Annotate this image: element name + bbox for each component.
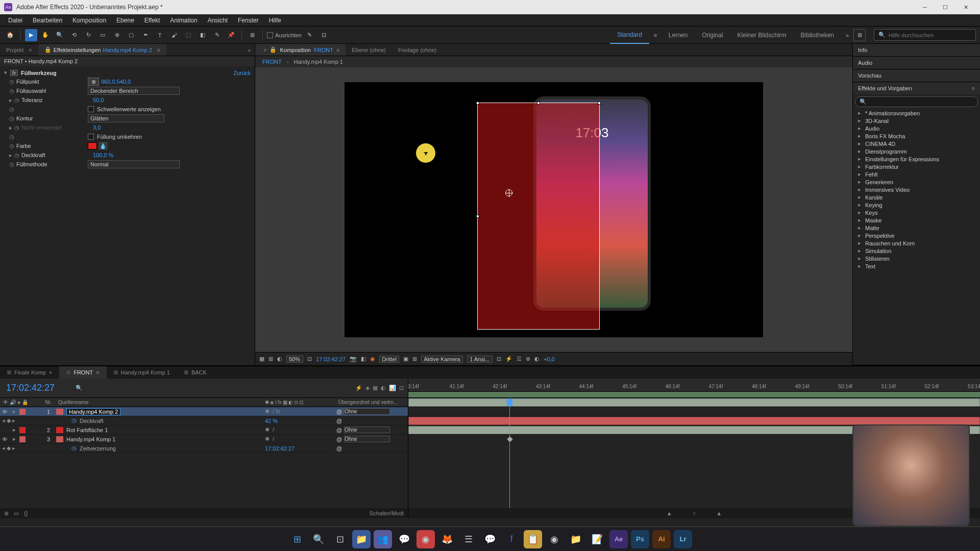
preset-category[interactable]: ▸Keys: [853, 209, 980, 216]
preset-category[interactable]: ▸Einstellungen für Expressions: [853, 155, 980, 163]
breadcrumb-handy[interactable]: Handy.mp4 Komp 1: [294, 59, 343, 65]
tl-tool-icon[interactable]: ▭: [14, 510, 19, 517]
switch-icon[interactable]: ⊙: [294, 399, 298, 405]
grid-icon[interactable]: ⊞: [412, 356, 417, 362]
info-panel-header[interactable]: Info: [853, 44, 980, 56]
timeline-icon[interactable]: ☰: [517, 356, 522, 362]
switch-icon[interactable]: ◐: [288, 399, 293, 405]
panel-menu-icon[interactable]: ≡: [157, 47, 160, 53]
taskview-icon[interactable]: ⊡: [331, 530, 349, 548]
fx-column-icon[interactable]: fx: [278, 399, 282, 405]
zoom-slider[interactable]: ○: [693, 510, 696, 516]
preset-category[interactable]: ▸Immersives Video: [853, 186, 980, 193]
fill-effect-overlay[interactable]: [477, 103, 600, 330]
stopwatch-icon[interactable]: ◷: [9, 79, 16, 85]
eye-icon[interactable]: 👁: [2, 409, 8, 415]
workspace-menu-icon[interactable]: ≡: [649, 32, 662, 38]
eye-icon[interactable]: 👁: [2, 436, 8, 442]
motion-blur-icon[interactable]: ◐: [381, 385, 386, 391]
playhead[interactable]: [509, 398, 510, 508]
lightroom-icon[interactable]: Lr: [674, 530, 692, 548]
workspace-original[interactable]: Original: [695, 27, 730, 44]
channel-icon[interactable]: ◧: [361, 356, 366, 362]
close-icon[interactable]: ×: [49, 369, 52, 375]
pickwhip-icon[interactable]: @: [336, 427, 342, 433]
eraser-tool[interactable]: ◧: [197, 29, 209, 41]
layer-bar-1[interactable]: [408, 398, 980, 407]
panel-menu-icon[interactable]: ≡: [972, 85, 975, 91]
switch-icon[interactable]: ✱: [265, 408, 270, 415]
layer-color-chip[interactable]: [19, 409, 26, 415]
shy-icon[interactable]: ⚡: [355, 385, 362, 391]
eye-column-icon[interactable]: 👁: [3, 399, 8, 405]
zoom-in-icon[interactable]: ▲: [716, 510, 722, 516]
obs-icon[interactable]: ◉: [545, 530, 564, 548]
contour-value[interactable]: 3,0: [93, 124, 101, 131]
facebook-icon[interactable]: f: [502, 530, 521, 548]
layer-row[interactable]: 👁▸1Handy.mp4 Komp 2✱/fx@Ohne: [0, 407, 408, 416]
rotate-tool[interactable]: ↻: [82, 29, 94, 41]
preset-category[interactable]: ▸Boris FX Mocha: [853, 132, 980, 140]
zoom-tool[interactable]: 🔍: [54, 29, 66, 41]
home-tool[interactable]: 🏠: [4, 29, 16, 41]
views-select[interactable]: 1 Ansi...: [467, 356, 493, 363]
switch-icon[interactable]: ◈: [270, 399, 274, 405]
parent-select[interactable]: Ohne: [344, 408, 390, 415]
workspace-standard[interactable]: Standard: [610, 27, 649, 44]
timeline-timecode[interactable]: 17:02:42:27: [0, 383, 71, 393]
presets-search-input[interactable]: [870, 99, 973, 105]
anchor-point-icon[interactable]: [505, 189, 512, 196]
folder-icon[interactable]: 📁: [567, 530, 585, 548]
comp-tab-composition[interactable]: × 🔒 Komposition FRONT ≡: [255, 44, 346, 56]
composition-viewer[interactable]: 17:03: [255, 67, 852, 352]
chevron-right-icon[interactable]: ▸: [13, 436, 18, 442]
fast-preview-icon[interactable]: ⚡: [505, 356, 512, 362]
fx-badge-icon[interactable]: fx: [10, 70, 18, 76]
panel-overflow-icon[interactable]: »: [243, 47, 255, 53]
preset-category[interactable]: ▸* Animationsvorgaben: [853, 109, 980, 117]
pen-tool[interactable]: ✒: [139, 29, 152, 41]
timeline-ruler[interactable]: 3:14f41:14f42:14f43:14f44:14f45:14f46:14…: [408, 379, 980, 398]
preset-category[interactable]: ▸Simulation: [853, 247, 980, 255]
stopwatch-icon[interactable]: ◷: [14, 97, 21, 104]
preset-category[interactable]: ▸Perspektive: [853, 232, 980, 239]
stopwatch-icon[interactable]: ◷: [9, 134, 16, 140]
stopwatch-icon[interactable]: ◷: [9, 143, 16, 149]
switches-label[interactable]: Schalter/Modi: [370, 510, 404, 516]
transparency-icon[interactable]: ⊞: [268, 356, 273, 362]
shape-tool[interactable]: ▢: [125, 29, 137, 41]
comp-tab-footage[interactable]: Footage (ohne): [392, 44, 443, 56]
panel-menu-icon[interactable]: ≡: [96, 369, 99, 375]
preset-category[interactable]: ▸Keying: [853, 201, 980, 209]
preset-category[interactable]: ▸Maske: [853, 216, 980, 224]
solo-column-icon[interactable]: ●: [17, 399, 20, 405]
preset-category[interactable]: ▸Kanäle: [853, 193, 980, 201]
camera-select[interactable]: Aktive Kamera: [421, 356, 463, 363]
presets-panel-header[interactable]: Effekte und Vorgaben ≡: [853, 82, 980, 94]
switch-icon[interactable]: ✱: [265, 436, 270, 442]
preset-category[interactable]: ▸Generieren: [853, 178, 980, 186]
menu-ebene[interactable]: Ebene: [111, 14, 139, 26]
layer-row[interactable]: 👁▸3Handy.mp4 Komp 1✱/@Ohne: [0, 435, 408, 444]
workspace-reset-icon[interactable]: ⊞: [853, 29, 866, 41]
effect-controls-tab[interactable]: 🔒 Effekteinstellungen Handy.mp4 Komp 2 ≡: [38, 44, 167, 56]
tl-tab-finale[interactable]: Finale Komp×: [0, 366, 59, 379]
presets-list[interactable]: ▸* Animationsvorgaben▸3D-Kanal▸Audio▸Bor…: [853, 109, 980, 334]
tl-tab-front[interactable]: FRONT≡: [59, 366, 106, 379]
preset-category[interactable]: ▸Stilisieren: [853, 255, 980, 262]
close-icon[interactable]: ×: [263, 47, 266, 53]
workspace-kleiner[interactable]: Kleiner Bildschirm: [730, 27, 794, 44]
tl-tool-icon[interactable]: {}: [24, 510, 28, 516]
breadcrumb-front[interactable]: FRONT: [262, 59, 282, 65]
roto-tool[interactable]: ✎: [211, 29, 223, 41]
tl-tab-back[interactable]: BACK: [177, 366, 214, 379]
draft3d-icon[interactable]: ⊡: [399, 385, 404, 391]
menu-datei[interactable]: Datei: [3, 14, 28, 26]
audio-column-icon[interactable]: 🔊: [10, 399, 16, 405]
photoshop-icon[interactable]: Ps: [631, 530, 649, 548]
snapshot-icon[interactable]: 📷: [350, 356, 357, 362]
tl-tool-icon[interactable]: ⊕: [4, 510, 9, 517]
expand-icon[interactable]: ▸: [9, 97, 14, 104]
layer-bar-2[interactable]: [408, 417, 980, 425]
aftereffects-icon[interactable]: Ae: [609, 530, 628, 548]
